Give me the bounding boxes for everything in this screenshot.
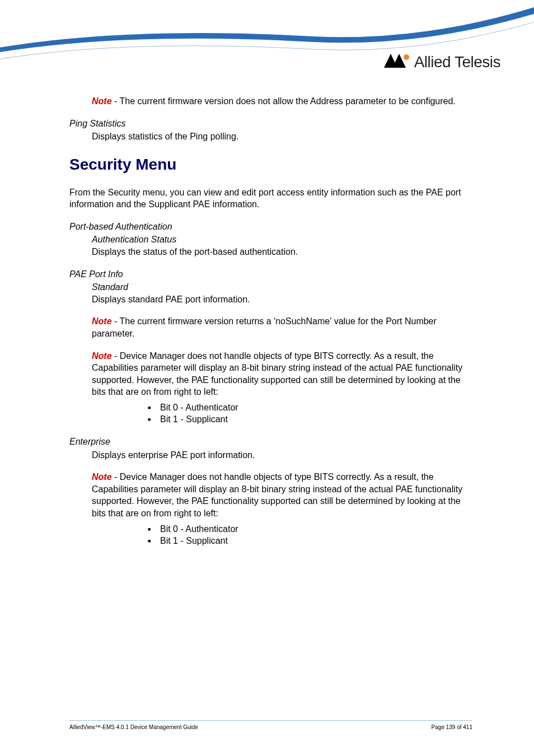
bits-list-2: Bit 0 - Authenticator Bit 1 - Supplicant bbox=[148, 523, 472, 547]
page-footer: AlliedView™-EMS 4.0.1 Device Management … bbox=[69, 720, 472, 730]
note-label: Note bbox=[92, 351, 112, 361]
port-based-auth-heading: Port-based Authentication bbox=[69, 221, 472, 233]
bit-0-item: Bit 0 - Authenticator bbox=[148, 402, 472, 414]
bit-1-item: Bit 1 - Supplicant bbox=[148, 535, 472, 547]
page-content: Note - The current firmware version does… bbox=[69, 95, 472, 557]
brand-mark-icon bbox=[384, 54, 410, 71]
brand-logo: Allied Telesis bbox=[384, 53, 500, 71]
svg-marker-1 bbox=[392, 54, 406, 68]
bit-0-item: Bit 0 - Authenticator bbox=[148, 523, 472, 535]
bits-list-1: Bit 0 - Authenticator Bit 1 - Supplicant bbox=[148, 402, 472, 426]
footer-left: AlliedView™-EMS 4.0.1 Device Management … bbox=[69, 724, 198, 730]
enterprise-heading: Enterprise bbox=[69, 436, 472, 448]
note-label: Note bbox=[92, 316, 112, 326]
ping-statistics-body: Displays statistics of the Ping polling. bbox=[92, 130, 472, 143]
brand-logo-text: Allied Telesis bbox=[414, 53, 500, 71]
ping-statistics-heading: Ping Statistics bbox=[69, 118, 472, 130]
security-menu-intro: From the Security menu, you can view and… bbox=[69, 186, 472, 211]
note-label: Note bbox=[92, 96, 112, 106]
pae-port-info-body: Displays standard PAE port information. bbox=[92, 293, 472, 306]
svg-marker-0 bbox=[384, 54, 397, 68]
note-label: Note bbox=[92, 472, 112, 482]
bit-1-item: Bit 1 - Supplicant bbox=[148, 413, 472, 426]
note-body: - The current firmware version returns a… bbox=[92, 316, 437, 338]
header-swoosh bbox=[0, 0, 534, 90]
note-nosuchname: Note - The current firmware version retu… bbox=[92, 315, 472, 339]
enterprise-body: Displays enterprise PAE port information… bbox=[92, 449, 472, 461]
note-body: - The current firmware version does not … bbox=[112, 96, 456, 106]
note-body: - Device Manager does not handle objects… bbox=[92, 351, 462, 397]
svg-point-2 bbox=[404, 54, 409, 60]
note-firmware-address: Note - The current firmware version does… bbox=[92, 95, 472, 108]
note-body: - Device Manager does not handle objects… bbox=[92, 472, 462, 518]
footer-right: Page 139 of 411 bbox=[432, 724, 472, 730]
security-menu-heading: Security Menu bbox=[69, 154, 472, 175]
port-based-auth-body: Displays the status of the port-based au… bbox=[92, 246, 472, 258]
port-based-auth-subheading: Authentication Status bbox=[92, 234, 472, 246]
note-bits-1: Note - Device Manager does not handle ob… bbox=[92, 350, 472, 398]
pae-port-info-heading: PAE Port Info bbox=[69, 268, 472, 281]
pae-port-info-subheading: Standard bbox=[92, 281, 472, 293]
note-bits-2: Note - Device Manager does not handle ob… bbox=[92, 471, 472, 519]
